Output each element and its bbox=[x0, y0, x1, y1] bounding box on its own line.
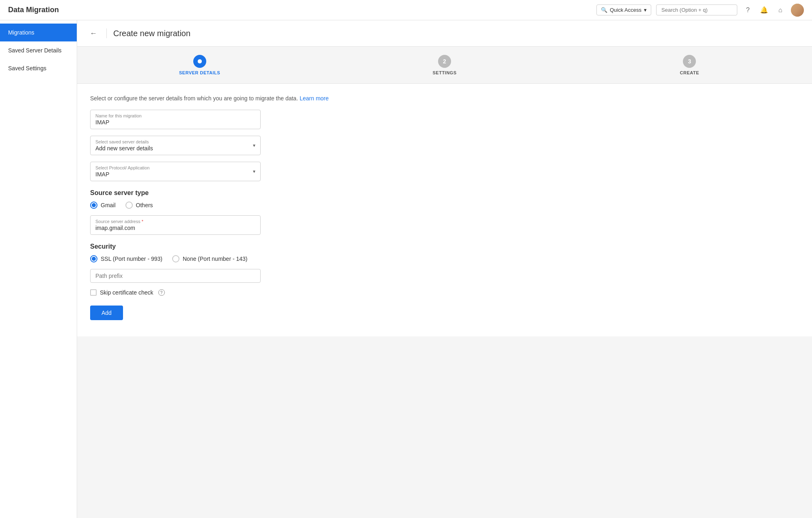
step-2-circle: 2 bbox=[438, 55, 451, 68]
sidebar-item-saved-server-details[interactable]: Saved Server Details bbox=[0, 41, 77, 59]
protocol-field: Select Protocol/ Application IMAP ▾ bbox=[90, 162, 799, 181]
step-3-label: CREATE bbox=[680, 70, 699, 75]
migration-name-input[interactable] bbox=[95, 119, 255, 126]
step-server-details: SERVER DETAILS bbox=[77, 55, 322, 75]
app-body: Migrations Saved Server Details Saved Se… bbox=[0, 20, 812, 518]
skip-cert-label: Skip certificate check bbox=[100, 289, 153, 296]
quick-access-button[interactable]: 🔍 Quick Access ▾ bbox=[596, 4, 651, 15]
help-icon[interactable]: ? bbox=[742, 4, 754, 16]
notifications-icon[interactable]: 🔔 bbox=[758, 4, 770, 16]
sidebar-item-migrations[interactable]: Migrations bbox=[0, 24, 77, 41]
migration-name-wrapper: Name for this migration bbox=[90, 110, 261, 129]
source-address-wrapper: Source server address bbox=[90, 215, 261, 235]
main-content: ← Create new migration SERVER DETAILS 2 … bbox=[77, 20, 812, 518]
avatar-image bbox=[791, 4, 804, 17]
sidebar-saved-server-label: Saved Server Details bbox=[8, 47, 62, 54]
page-header: ← Create new migration bbox=[77, 20, 812, 47]
protocol-label: Select Protocol/ Application bbox=[95, 165, 255, 170]
radio-gmail-option[interactable]: Gmail bbox=[90, 202, 116, 209]
back-button[interactable]: ← bbox=[87, 27, 100, 40]
skip-cert-checkbox[interactable] bbox=[90, 289, 97, 296]
page-title: Create new migration bbox=[113, 29, 190, 38]
step-3-circle: 3 bbox=[683, 55, 696, 68]
sidebar-item-saved-settings[interactable]: Saved Settings bbox=[0, 59, 77, 77]
radio-none-label: None (Port number - 143) bbox=[183, 256, 248, 262]
search-icon: 🔍 bbox=[601, 7, 607, 13]
home-icon[interactable]: ⌂ bbox=[775, 4, 786, 16]
source-server-type-radio-group: Gmail Others bbox=[90, 202, 799, 209]
radio-ssl-option[interactable]: SSL (Port number - 993) bbox=[90, 255, 162, 262]
step-1-dot bbox=[198, 59, 202, 63]
back-icon: ← bbox=[90, 29, 97, 38]
sidebar: Migrations Saved Server Details Saved Se… bbox=[0, 20, 77, 518]
security-title: Security bbox=[90, 243, 799, 250]
radio-none-option[interactable]: None (Port number - 143) bbox=[172, 255, 248, 262]
add-button[interactable]: Add bbox=[90, 306, 123, 320]
radio-ssl-label: SSL (Port number - 993) bbox=[101, 256, 162, 262]
radio-others-label: Others bbox=[136, 202, 153, 208]
radio-gmail-label: Gmail bbox=[101, 202, 116, 208]
form-container: Select or configure the server details f… bbox=[77, 84, 812, 336]
top-header: Data Migration 🔍 Quick Access ▾ ? 🔔 ⌂ bbox=[0, 0, 812, 20]
header-separator bbox=[106, 28, 107, 38]
app-title: Data Migration bbox=[8, 6, 59, 14]
saved-server-value: Add new server details bbox=[95, 145, 255, 152]
skip-cert-option[interactable]: Skip certificate check ? bbox=[90, 289, 799, 296]
protocol-wrapper[interactable]: Select Protocol/ Application IMAP ▾ bbox=[90, 162, 261, 181]
saved-server-wrapper[interactable]: Select saved server details Add new serv… bbox=[90, 136, 261, 155]
security-radio-group: SSL (Port number - 993) None (Port numbe… bbox=[90, 255, 799, 262]
step-2-number: 2 bbox=[443, 58, 446, 65]
step-2-label: SETTINGS bbox=[432, 70, 456, 75]
sidebar-saved-settings-label: Saved Settings bbox=[8, 65, 46, 72]
radio-others-btn[interactable] bbox=[125, 202, 133, 209]
quick-access-label: Quick Access bbox=[610, 7, 641, 13]
learn-more-link[interactable]: Learn more bbox=[300, 95, 329, 102]
step-settings: 2 SETTINGS bbox=[322, 55, 567, 75]
steps-bar: SERVER DETAILS 2 SETTINGS 3 CREATE bbox=[77, 47, 812, 84]
chevron-down-icon: ▾ bbox=[644, 7, 647, 13]
migration-name-label: Name for this migration bbox=[95, 113, 255, 118]
step-create: 3 CREATE bbox=[567, 55, 812, 75]
step-3-number: 3 bbox=[688, 58, 691, 65]
radio-ssl-btn[interactable] bbox=[90, 255, 97, 262]
source-address-field: Source server address bbox=[90, 215, 799, 235]
path-prefix-field bbox=[90, 269, 799, 283]
intro-text: Select or configure the server details f… bbox=[90, 95, 799, 102]
radio-none-btn[interactable] bbox=[172, 255, 179, 262]
source-address-input[interactable] bbox=[95, 225, 255, 231]
migration-name-field: Name for this migration bbox=[90, 110, 799, 129]
path-prefix-wrapper bbox=[90, 269, 261, 283]
avatar[interactable] bbox=[791, 4, 804, 17]
search-input[interactable] bbox=[656, 4, 737, 15]
saved-server-field: Select saved server details Add new serv… bbox=[90, 136, 799, 155]
radio-gmail-btn[interactable] bbox=[90, 202, 97, 209]
radio-others-option[interactable]: Others bbox=[125, 202, 153, 209]
step-1-circle bbox=[193, 55, 206, 68]
step-1-label: SERVER DETAILS bbox=[179, 70, 220, 75]
sidebar-migrations-label: Migrations bbox=[8, 29, 35, 36]
path-prefix-input[interactable] bbox=[95, 273, 255, 279]
source-address-label: Source server address bbox=[95, 219, 255, 224]
source-server-type-title: Source server type bbox=[90, 189, 799, 197]
header-actions: 🔍 Quick Access ▾ ? 🔔 ⌂ bbox=[596, 4, 804, 17]
saved-server-label: Select saved server details bbox=[95, 139, 255, 144]
protocol-value: IMAP bbox=[95, 171, 255, 178]
skip-cert-help-icon[interactable]: ? bbox=[158, 289, 165, 296]
